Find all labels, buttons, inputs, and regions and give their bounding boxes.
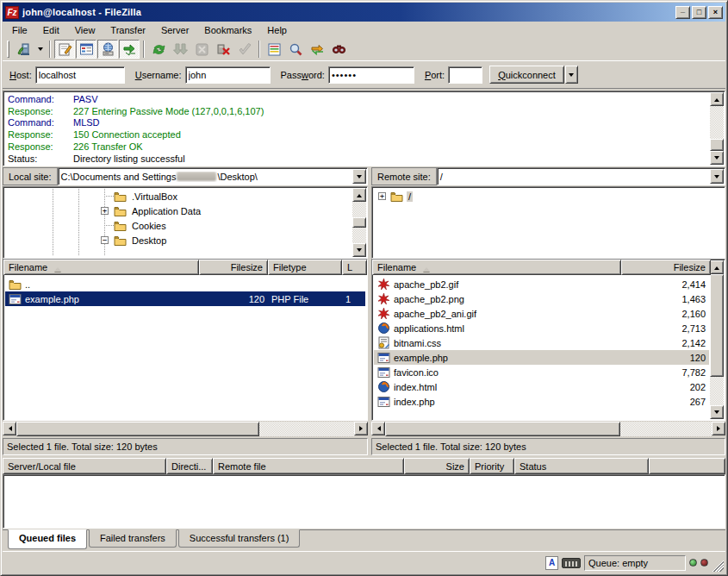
scroll-down-icon[interactable] [710, 151, 724, 165]
menu-bookmarks[interactable]: Bookmarks [196, 23, 259, 37]
tree-item-root[interactable]: + / [374, 189, 723, 203]
file-row-selected[interactable]: example.php120 [374, 350, 709, 365]
menu-server[interactable]: Server [153, 23, 196, 37]
tree-item-cookies[interactable]: Cookies [5, 218, 365, 233]
scroll-right-icon[interactable] [712, 422, 725, 435]
column-header-filename[interactable]: Filename [3, 260, 199, 275]
tree-item-virtualbox[interactable]: .VirtualBox [5, 189, 365, 203]
find-files-icon[interactable] [328, 40, 349, 59]
local-site-dropdown[interactable] [352, 169, 366, 184]
reconnect-icon[interactable] [234, 40, 255, 59]
column-header-filetype[interactable]: Filetype [268, 260, 342, 275]
title-bar[interactable]: Fz john@localhost - FileZilla _ □ × [3, 3, 725, 22]
log-line: Status:Directory listing successful [8, 153, 709, 164]
site-manager-icon[interactable] [13, 40, 34, 59]
synchronized-browsing-icon[interactable] [307, 40, 327, 59]
file-row[interactable]: .. [5, 277, 365, 291]
port-input[interactable] [448, 66, 482, 84]
file-row[interactable]: index.html202 [374, 379, 709, 394]
tree-item-application-data[interactable]: + Application Data [5, 203, 365, 218]
scroll-thumb[interactable] [385, 422, 620, 436]
username-input[interactable] [185, 66, 271, 84]
scroll-up-icon[interactable] [710, 92, 724, 106]
file-row-selected[interactable]: example.php 120 PHP File 1 [5, 291, 365, 306]
toolbar-separator [49, 41, 51, 58]
column-header-direction[interactable]: Directi... [166, 458, 213, 474]
file-row[interactable]: apache_pb2.gif2,414 [374, 277, 709, 291]
scroll-down-icon[interactable] [352, 243, 366, 257]
menu-transfer[interactable]: Transfer [103, 23, 153, 37]
scroll-down-icon[interactable] [710, 405, 724, 419]
process-queue-icon[interactable] [170, 40, 190, 59]
filezilla-window: Fz john@localhost - FileZilla _ □ × File… [0, 0, 728, 576]
menu-bar: File Edit View Transfer Server Bookmarks… [3, 22, 725, 38]
file-row[interactable]: apache_pb2.png1,463 [374, 291, 709, 306]
remote-site-dropdown[interactable] [710, 169, 724, 184]
toggle-message-log-icon[interactable] [54, 40, 75, 59]
toggle-remote-tree-icon[interactable] [97, 40, 118, 59]
column-header-filesize[interactable]: Filesize [199, 260, 268, 275]
scroll-left-icon[interactable] [3, 422, 16, 435]
toggle-transfer-queue-icon[interactable] [119, 40, 140, 59]
log-scrollbar[interactable] [710, 92, 724, 165]
scroll-up-icon[interactable] [352, 188, 366, 202]
scroll-thumb[interactable] [16, 422, 259, 436]
file-row[interactable]: bitnami.css2,142 [374, 335, 709, 350]
tree-item-desktop[interactable]: − Desktop [5, 233, 365, 247]
menu-help[interactable]: Help [259, 23, 295, 37]
column-header-server-local-file[interactable]: Server/Local file [3, 458, 166, 474]
column-header-remote-file[interactable]: Remote file [213, 458, 404, 474]
menu-view[interactable]: View [67, 23, 103, 37]
username-label: Username: [135, 70, 182, 80]
cancel-icon[interactable] [191, 40, 212, 59]
close-button[interactable]: × [708, 6, 723, 19]
file-row[interactable]: favicon.ico7,782 [374, 365, 709, 379]
directory-comparison-icon[interactable] [285, 40, 306, 59]
disconnect-icon[interactable] [213, 40, 233, 59]
file-row[interactable]: applications.html2,713 [374, 321, 709, 335]
collapse-icon[interactable]: − [101, 236, 109, 244]
column-header-last-modified[interactable]: L [342, 260, 367, 275]
redacted-username [177, 172, 216, 181]
scroll-thumb[interactable] [710, 274, 724, 377]
queue-list[interactable] [3, 474, 725, 529]
column-header-filesize[interactable]: Filesize [621, 260, 711, 275]
remote-list-scrollbar[interactable] [710, 260, 724, 419]
file-row[interactable]: apache_pb2_ani.gif2,160 [374, 306, 709, 321]
toggle-local-tree-icon[interactable] [76, 40, 96, 59]
tab-queued-files[interactable]: Queued files [8, 529, 87, 549]
local-site-combo[interactable]: C:\Documents and Settings\Desktop\ [58, 167, 368, 185]
quickconnect-button[interactable]: Quickconnect [489, 66, 564, 84]
menu-edit[interactable]: Edit [35, 23, 67, 37]
scroll-thumb[interactable] [352, 217, 366, 228]
menu-file[interactable]: File [4, 23, 35, 37]
log-line: Command:PASV [8, 94, 709, 106]
minimize-button[interactable]: _ [675, 6, 690, 19]
app-icon[interactable]: Fz [5, 6, 19, 19]
toolbar-grip[interactable] [7, 41, 9, 58]
expand-icon[interactable]: + [378, 192, 386, 200]
scroll-left-icon[interactable] [371, 422, 385, 435]
column-header-status[interactable]: Status [514, 458, 649, 474]
site-manager-dropdown[interactable] [34, 40, 46, 59]
local-hscrollbar[interactable] [3, 422, 368, 436]
file-row[interactable]: index.php267 [374, 394, 709, 409]
tab-successful-transfers[interactable]: Successful transfers (1) [178, 529, 301, 548]
refresh-icon[interactable] [148, 40, 169, 59]
tab-failed-transfers[interactable]: Failed transfers [89, 529, 177, 548]
column-header-filename[interactable]: Filename [372, 260, 621, 275]
column-header-priority[interactable]: Priority [470, 458, 514, 474]
password-input[interactable] [328, 66, 414, 84]
quickconnect-dropdown[interactable] [565, 66, 578, 84]
resize-grip[interactable] [712, 560, 724, 572]
directory-filters-icon[interactable] [264, 40, 284, 59]
scroll-right-icon[interactable] [354, 422, 368, 435]
maximize-button[interactable]: □ [692, 6, 706, 19]
expand-icon[interactable]: + [101, 207, 109, 215]
column-header-size[interactable]: Size [404, 458, 470, 474]
remote-hscrollbar[interactable] [371, 422, 725, 436]
scroll-thumb[interactable] [710, 139, 724, 151]
remote-site-combo[interactable]: / [437, 167, 725, 185]
local-tree-scrollbar[interactable] [352, 188, 366, 257]
host-input[interactable] [35, 66, 125, 84]
